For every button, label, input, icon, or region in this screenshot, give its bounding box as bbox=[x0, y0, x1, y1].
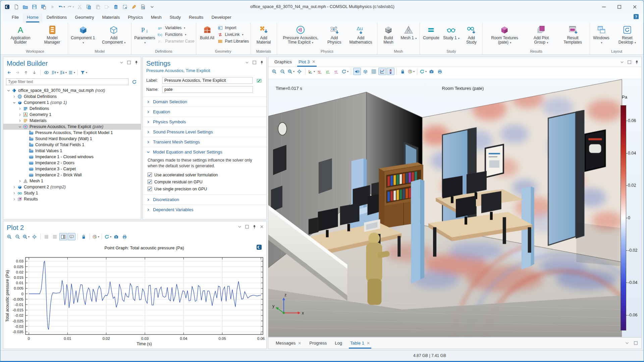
axis-orientation-button[interactable]: ▾ bbox=[308, 68, 315, 75]
chevron-right-icon[interactable] bbox=[12, 95, 17, 99]
chevron-down-button[interactable] bbox=[237, 224, 242, 229]
lock-button[interactable] bbox=[80, 233, 88, 240]
close-panel-button[interactable] bbox=[259, 224, 264, 229]
camera-button[interactable] bbox=[428, 68, 435, 75]
window-panel-button[interactable] bbox=[59, 233, 67, 240]
tree-node-global-definitions[interactable]: Global Definitions bbox=[3, 94, 141, 100]
chevron-right-icon[interactable] bbox=[17, 113, 22, 117]
save-button[interactable] bbox=[31, 3, 38, 10]
view-xy-button[interactable]: xy bbox=[316, 68, 324, 75]
menu-home[interactable]: Home bbox=[23, 13, 43, 22]
tree-node-materials[interactable]: Materials bbox=[3, 118, 141, 124]
section-header[interactable]: Sound Pressure Level Settings bbox=[143, 127, 266, 137]
menu-geometry[interactable]: Geometry bbox=[71, 13, 98, 22]
grid-horizontal-button[interactable] bbox=[51, 233, 59, 240]
pin-button[interactable] bbox=[252, 224, 257, 229]
rotate-button[interactable]: ▾ bbox=[341, 68, 349, 75]
label-input[interactable] bbox=[162, 77, 253, 84]
point-graph-chart[interactable]: Point Graph: Total acoustic pressure (Pa… bbox=[3, 242, 266, 349]
tree-node-impedance-3-carpet[interactable]: Impedance 3 - Carpet bbox=[3, 166, 141, 172]
compute-button[interactable]: Compute bbox=[421, 24, 441, 41]
tree-node-initial-values-1[interactable]: DInitial Values 1 bbox=[3, 148, 141, 154]
tree-node-pressure-acoustics-time-explicit-model-1[interactable]: DPressure Acoustics, Time Explicit Model… bbox=[3, 130, 141, 136]
close-button[interactable] bbox=[627, 0, 642, 13]
view-yz-button[interactable]: yz bbox=[324, 68, 332, 75]
acoustics-button[interactable]: Pressure Acoustics, Time Explicit ▾ bbox=[278, 24, 323, 46]
section-header[interactable]: Equation bbox=[143, 107, 266, 117]
printer-button[interactable] bbox=[121, 233, 128, 240]
chevron-down-icon[interactable] bbox=[12, 101, 17, 105]
study-button[interactable]: Study 1 ▾ bbox=[441, 24, 461, 41]
functions-button[interactable]: f(x)Functions▾ bbox=[158, 32, 194, 37]
chevron-down-icon[interactable] bbox=[6, 89, 11, 93]
grid-vertical-button[interactable] bbox=[43, 233, 50, 240]
tree-node-impedance-2-doors[interactable]: Impedance 2 - Doors bbox=[3, 160, 141, 166]
help-button[interactable]: ? bbox=[634, 14, 640, 21]
grid-box-button[interactable] bbox=[370, 68, 378, 75]
zoom-in-button[interactable] bbox=[5, 233, 13, 240]
menu-results[interactable]: Results bbox=[185, 13, 207, 22]
float-button[interactable] bbox=[633, 340, 639, 346]
undo-button[interactable]: ▾ bbox=[58, 3, 65, 10]
room-textures-button[interactable]: Room Textures (pate) ▾ bbox=[484, 24, 525, 46]
tree-filter-input[interactable] bbox=[6, 78, 128, 85]
float-button[interactable] bbox=[252, 60, 257, 65]
add-material-button[interactable]: Add Material bbox=[252, 24, 275, 46]
zoom-in-button[interactable] bbox=[270, 68, 278, 75]
zoom-out-button[interactable] bbox=[279, 68, 286, 75]
tooltip-button[interactable] bbox=[68, 233, 75, 240]
chevron-right-icon[interactable] bbox=[17, 107, 22, 111]
chevron-more-button[interactable] bbox=[149, 3, 155, 10]
add-mathematics-button[interactable]: ΔuAdd Mathematics bbox=[346, 24, 375, 46]
tree-node-office-space-63-30t0-n4-ma-out-mph[interactable]: office_space_63_30T0_N4_ma_out.mph(root) bbox=[3, 87, 141, 94]
palette-button[interactable]: ▾ bbox=[407, 68, 415, 75]
tab-log[interactable]: Log bbox=[331, 338, 346, 349]
comsol-logo-button[interactable] bbox=[255, 243, 263, 251]
parameters-button[interactable]: PiParameters ▾ bbox=[133, 24, 157, 46]
zoom-extents-button[interactable] bbox=[31, 233, 38, 240]
palette-button[interactable]: ▾ bbox=[92, 233, 100, 240]
menu-materials[interactable]: Materials bbox=[98, 13, 124, 22]
checkbox-use-accelerated-solver-formulation[interactable]: Use accelerated solver formulation bbox=[143, 171, 266, 178]
doc-preview-button[interactable] bbox=[140, 3, 146, 10]
marker-button[interactable] bbox=[130, 3, 137, 10]
delete-button[interactable] bbox=[112, 3, 119, 10]
tree-node-component-1[interactable]: Component 1(comp 1) bbox=[3, 100, 141, 106]
plot-data-button[interactable] bbox=[378, 68, 386, 75]
chevron-right-icon[interactable] bbox=[17, 119, 22, 123]
view-xz-button[interactable]: xz bbox=[333, 68, 340, 75]
zoom-box-button[interactable]: ▾ bbox=[287, 68, 295, 75]
tree-node-sound-hard-boundary-wall-1[interactable]: DSound Hard Boundary (Wall) 1 bbox=[3, 136, 141, 142]
cut-button[interactable] bbox=[76, 3, 83, 10]
part-libraries-button[interactable]: Part Libraries bbox=[218, 39, 249, 44]
zoom-extents-button[interactable] bbox=[296, 68, 303, 75]
play-button[interactable] bbox=[49, 3, 56, 10]
model-manager-button[interactable]: Model Manager bbox=[38, 24, 66, 46]
copy-button[interactable] bbox=[85, 3, 92, 10]
float-button[interactable] bbox=[126, 60, 131, 65]
menu-definitions[interactable]: Definitions bbox=[43, 13, 71, 22]
paste-button[interactable] bbox=[94, 3, 101, 10]
tree-node-continuity-of-total-fields-1[interactable]: DContinuity of Total Fields 1 bbox=[3, 142, 141, 148]
printer-button[interactable] bbox=[436, 68, 444, 75]
add-physics-button[interactable]: Add Physics bbox=[323, 24, 345, 46]
comsol-logo-button[interactable] bbox=[4, 3, 10, 10]
color-legend-button[interactable] bbox=[387, 68, 394, 75]
transparency-cube-button[interactable] bbox=[362, 68, 369, 75]
rename-button[interactable] bbox=[255, 77, 263, 84]
pin-button[interactable] bbox=[259, 60, 264, 65]
arrow-up-button[interactable] bbox=[22, 69, 30, 76]
chevron-down-button[interactable] bbox=[244, 60, 250, 65]
menu-physics[interactable]: Physics bbox=[124, 13, 147, 22]
build-mesh-button[interactable]: Build Mesh bbox=[379, 24, 398, 46]
close-tab-icon[interactable]: ✕ bbox=[367, 341, 370, 346]
section-header[interactable]: Physics Symbols bbox=[143, 117, 266, 127]
chevron-down-button[interactable] bbox=[119, 60, 124, 65]
pin-button[interactable] bbox=[634, 59, 639, 65]
tree-node-impedance-1-closed-windows[interactable]: Impedance 1 - Closed windows bbox=[3, 154, 141, 160]
build-all-button[interactable]: Build All bbox=[198, 24, 217, 41]
chevron-right-icon[interactable] bbox=[12, 191, 17, 195]
parameter-case-button[interactable]: PiParameter Case bbox=[158, 39, 194, 44]
chevron-down-button[interactable] bbox=[624, 340, 630, 346]
zoom-box-button[interactable]: ▾ bbox=[22, 233, 30, 240]
